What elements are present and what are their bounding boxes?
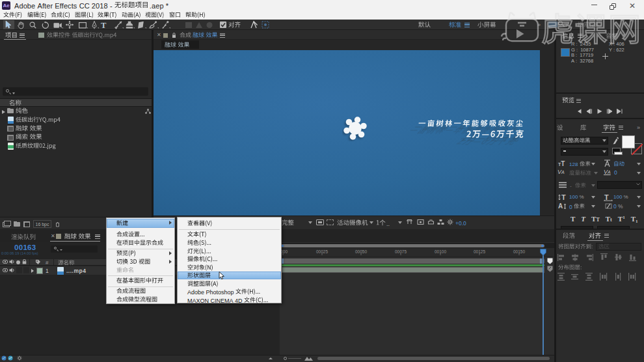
svg-text:A: A — [558, 202, 563, 210]
svg-text:T: T — [561, 193, 566, 201]
svg-text:T: T — [604, 193, 609, 201]
